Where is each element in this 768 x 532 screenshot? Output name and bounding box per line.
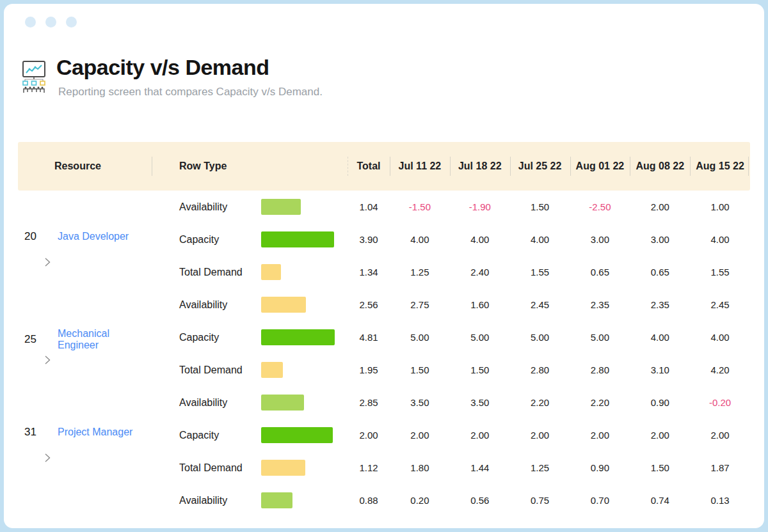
column-header-week[interactable]: Jul 18 22: [450, 142, 510, 191]
column-header-week[interactable]: Aug 08 22: [630, 142, 690, 191]
week-value: 2.80: [570, 364, 630, 375]
availability-bar: [261, 297, 306, 313]
column-header-total[interactable]: Total: [348, 142, 390, 191]
week-value: 2.35: [630, 299, 690, 310]
week-value: 1.80: [390, 462, 450, 473]
page-header: Capacity v/s Demand Reporting screen tha…: [19, 55, 323, 98]
expand-chevron-icon[interactable]: [44, 355, 51, 365]
week-value: 4.00: [510, 234, 570, 245]
window-dot-icon[interactable]: [66, 17, 77, 27]
week-value: 4.00: [390, 234, 450, 245]
week-value: 3.00: [630, 234, 690, 245]
presentation-chart-org-icon: [19, 58, 49, 93]
table-row: Total Demand 1.12 1.80 1.44 1.25 0.90 1.…: [152, 451, 750, 484]
week-value: -1.50: [390, 201, 450, 212]
column-header-row-type[interactable]: Row Type: [152, 142, 348, 191]
row-type-label: Total Demand: [152, 364, 261, 376]
resource-group: Availability 0.88 0.20 0.56 0.75 0.70 0.…: [18, 484, 750, 517]
capacity-bar: [261, 329, 335, 345]
demand-bar: [261, 362, 283, 378]
total-value: 1.95: [348, 364, 390, 375]
expand-chevron-icon[interactable]: [44, 453, 51, 463]
total-value: 2.56: [348, 299, 390, 310]
total-value: 4.81: [348, 332, 390, 343]
capacity-demand-table: Resource Row Type Total Jul 11 22 Jul 18…: [18, 142, 750, 517]
column-header-week[interactable]: Aug 01 22: [570, 142, 630, 191]
week-value: 1.50: [510, 201, 570, 212]
week-value: 5.00: [390, 332, 450, 343]
week-value: 3.00: [570, 234, 630, 245]
resource-link[interactable]: Java Developer: [58, 231, 129, 242]
column-header-week[interactable]: Jul 11 22: [390, 142, 450, 191]
week-value: 0.90: [570, 462, 630, 473]
table-row: Total Demand 1.34 1.25 2.40 1.55 0.65 0.…: [152, 256, 750, 288]
row-type-label: Availability: [152, 299, 261, 311]
row-type-label: Availability: [152, 201, 261, 213]
week-value: 3.10: [630, 364, 690, 375]
window-dot-icon[interactable]: [25, 17, 36, 27]
row-type-label: Capacity: [152, 332, 261, 343]
week-value: 2.00: [630, 430, 690, 441]
resource-id: 31: [24, 426, 58, 439]
week-value: 4.00: [690, 332, 750, 343]
resource-link[interactable]: Mechanical Engineer: [58, 328, 152, 351]
row-type-label: Total Demand: [152, 462, 261, 474]
column-header-resource[interactable]: Resource: [18, 142, 152, 191]
week-value: 1.55: [690, 267, 750, 278]
week-value: 2.20: [510, 397, 570, 408]
week-value: 4.20: [690, 364, 750, 375]
resource-group: 25 Mechanical Engineer Availability 2.56…: [18, 288, 750, 386]
week-value: 5.00: [510, 332, 570, 343]
page-subtitle: Reporting screen that compares Capacity …: [58, 86, 323, 98]
expand-chevron-icon[interactable]: [44, 257, 51, 267]
week-value: 2.00: [690, 430, 750, 441]
app-window: Capacity v/s Demand Reporting screen tha…: [4, 4, 764, 528]
week-value: -0.20: [690, 397, 750, 408]
week-value: 0.75: [510, 495, 570, 506]
week-value: 2.40: [450, 267, 510, 278]
column-header-week[interactable]: Jul 25 22: [510, 142, 570, 191]
week-value: 5.00: [450, 332, 510, 343]
total-value: 1.04: [348, 201, 390, 212]
resource-id: 25: [24, 333, 58, 346]
total-value: 1.12: [348, 462, 390, 473]
table-row: Availability 1.04 -1.50 -1.90 1.50 -2.50…: [152, 191, 750, 223]
resource-cell: [18, 484, 152, 517]
capacity-bar: [261, 231, 334, 247]
column-header-week[interactable]: Aug 15 22: [690, 142, 750, 191]
week-value: 1.55: [510, 267, 570, 278]
table-row: Capacity 4.81 5.00 5.00 5.00 5.00 4.00 4…: [152, 321, 750, 354]
week-value: 2.20: [570, 397, 630, 408]
week-value: 0.56: [450, 495, 510, 506]
week-value: 1.25: [390, 267, 450, 278]
demand-bar: [261, 264, 281, 280]
window-dot-icon[interactable]: [45, 17, 56, 27]
week-value: -1.90: [450, 201, 510, 212]
row-type-label: Total Demand: [152, 267, 261, 278]
week-value: 4.00: [450, 234, 510, 245]
row-type-label: Availability: [152, 495, 261, 506]
availability-bar: [261, 492, 292, 508]
week-value: 2.00: [390, 430, 450, 441]
week-value: 0.20: [390, 495, 450, 506]
week-value: 3.50: [450, 397, 510, 408]
table-row: Capacity 3.90 4.00 4.00 4.00 3.00 3.00 4…: [152, 223, 750, 256]
total-value: 2.00: [348, 430, 390, 441]
week-value: 0.74: [630, 495, 690, 506]
table-header-row: Resource Row Type Total Jul 11 22 Jul 18…: [18, 142, 750, 191]
page-title: Capacity v/s Demand: [56, 55, 323, 80]
week-value: 1.44: [450, 462, 510, 473]
row-type-label: Capacity: [152, 430, 261, 441]
resource-cell: 20 Java Developer: [18, 191, 152, 288]
table-row: Capacity 2.00 2.00 2.00 2.00 2.00 2.00 2…: [152, 419, 750, 451]
resource-link[interactable]: Project Manager: [58, 426, 132, 438]
week-value: 2.35: [570, 299, 630, 310]
table-row: Availability 2.56 2.75 1.60 2.45 2.35 2.…: [152, 288, 750, 321]
capacity-bar: [261, 427, 333, 443]
table-row: Availability 2.85 3.50 3.50 2.20 2.20 0.…: [152, 386, 750, 419]
resource-cell: 31 Project Manager: [18, 386, 152, 484]
week-value: 4.00: [690, 234, 750, 245]
week-value: -2.50: [570, 201, 630, 212]
resource-group: 31 Project Manager Availability 2.85 3.5…: [18, 386, 750, 484]
week-value: 2.00: [570, 430, 630, 441]
